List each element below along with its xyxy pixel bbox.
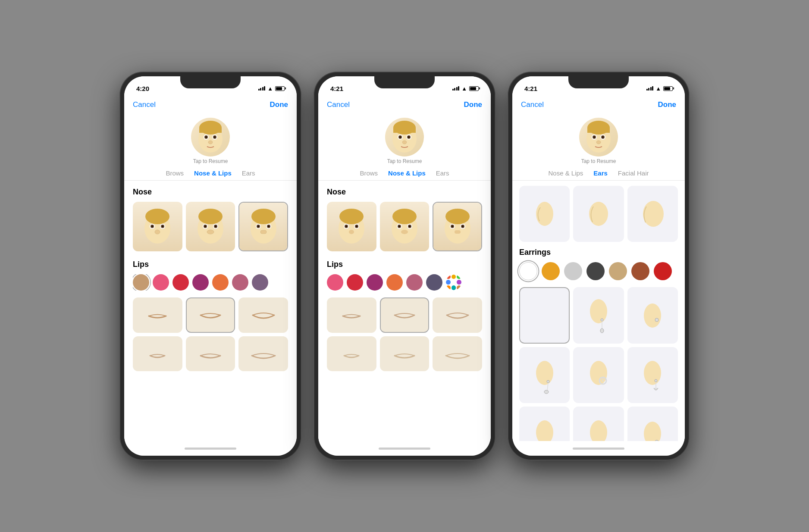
- tab-brows-2[interactable]: Brows: [360, 169, 378, 178]
- lp21-1[interactable]: [327, 297, 376, 333]
- done-button-2[interactable]: Done: [464, 100, 483, 109]
- tab-ears-2[interactable]: Ears: [436, 169, 449, 178]
- ec-2[interactable]: [542, 262, 560, 280]
- tab-nose-lips-1[interactable]: Nose & Lips: [194, 169, 232, 178]
- svg-rect-45: [393, 128, 416, 133]
- lips-option-2[interactable]: [186, 297, 235, 333]
- ec-5[interactable]: [609, 262, 627, 280]
- lip-color-1[interactable]: [133, 274, 149, 291]
- cancel-button-1[interactable]: Cancel: [133, 100, 156, 109]
- avatar-1[interactable]: [191, 118, 230, 156]
- lip-color-6[interactable]: [232, 274, 248, 291]
- ec-3[interactable]: [564, 262, 582, 280]
- lp21-svg-2: [389, 307, 420, 324]
- signal-bar: [652, 86, 653, 91]
- battery-fill-1: [276, 87, 282, 90]
- avatar-area-1: Tap to Resume: [124, 114, 297, 166]
- lp21-2[interactable]: [380, 297, 430, 333]
- nose-opt-2[interactable]: [380, 202, 430, 251]
- tab-ears-3[interactable]: Ears: [593, 169, 608, 178]
- tab-brows-1[interactable]: Brows: [166, 169, 184, 178]
- lc2-3[interactable]: [367, 274, 383, 291]
- ec-4[interactable]: [586, 262, 605, 280]
- earring-spiral-1[interactable]: [573, 407, 624, 441]
- cancel-button-3[interactable]: Cancel: [521, 100, 544, 109]
- avatar-3[interactable]: [579, 118, 618, 156]
- earring-stud-1[interactable]: [627, 287, 678, 343]
- lip-color-7[interactable]: [252, 274, 268, 291]
- signal-bar: [258, 89, 260, 91]
- lc2-4[interactable]: [386, 274, 403, 291]
- lip-color-5[interactable]: [212, 274, 229, 291]
- earring-svg-4: [586, 356, 611, 394]
- svg-point-18: [155, 230, 160, 234]
- cancel-button-2[interactable]: Cancel: [327, 100, 350, 109]
- nose-opt-1[interactable]: [327, 202, 376, 251]
- earring-svg-2: [640, 296, 665, 335]
- signal-bar: [650, 87, 652, 91]
- tab-facial-hair-3[interactable]: Facial Hair: [618, 169, 649, 178]
- ear-shape-3[interactable]: [627, 186, 678, 242]
- tab-nose-lips-3[interactable]: Nose & Lips: [548, 169, 583, 178]
- avatar-area-3: Tap to Resume: [512, 114, 685, 166]
- avatar-area-2: Tap to Resume: [318, 114, 491, 166]
- lips-option-5[interactable]: [186, 336, 235, 372]
- svg-point-104: [655, 318, 658, 322]
- lip-color-3[interactable]: [172, 274, 189, 291]
- nose-option-3[interactable]: [238, 202, 288, 251]
- ear-shape-1[interactable]: [519, 186, 570, 242]
- earring-drop-1[interactable]: [519, 407, 570, 441]
- svg-point-8: [214, 136, 216, 138]
- earring-none[interactable]: [519, 287, 570, 343]
- done-button-3[interactable]: Done: [658, 100, 677, 109]
- lc2-6[interactable]: [426, 274, 442, 291]
- bottom-bar-2: [318, 441, 491, 456]
- lips-option-1[interactable]: [133, 297, 182, 333]
- svg-point-51: [408, 136, 410, 138]
- avatar-2[interactable]: [385, 118, 424, 156]
- signal-bars-1: [258, 86, 266, 91]
- lp22-2[interactable]: [380, 336, 430, 372]
- lips-svg-4: [142, 345, 172, 363]
- palette-picker-2[interactable]: [446, 275, 461, 290]
- svg-point-50: [399, 136, 401, 138]
- lc2-5[interactable]: [406, 274, 423, 291]
- svg-rect-80: [336, 307, 367, 324]
- avatar-svg-3: [581, 120, 616, 154]
- nf-3: [433, 203, 481, 250]
- earring-dangle-2[interactable]: [519, 347, 570, 403]
- bottom-bar-1: [124, 441, 297, 456]
- ec-7[interactable]: [654, 262, 672, 280]
- tab-nose-lips-2[interactable]: Nose & Lips: [388, 169, 426, 178]
- lips-option-4[interactable]: [133, 336, 182, 372]
- earring-dangle-1[interactable]: [573, 287, 624, 343]
- nose-opt-3[interactable]: [433, 202, 482, 251]
- earring-hoop-1[interactable]: [573, 347, 624, 403]
- earring-stud-2[interactable]: [627, 407, 678, 441]
- svg-point-103: [644, 304, 661, 328]
- ec-1[interactable]: [519, 262, 537, 280]
- lips-option-3[interactable]: [238, 297, 288, 333]
- nose-option-1[interactable]: [133, 202, 182, 251]
- nose-option-2[interactable]: [186, 202, 235, 251]
- done-button-1[interactable]: Done: [270, 100, 288, 109]
- lip-color-2[interactable]: [153, 274, 169, 291]
- tab-ears-1[interactable]: Ears: [242, 169, 255, 178]
- ear-shape-2[interactable]: [573, 186, 624, 242]
- nose-grid-2: [327, 202, 482, 251]
- phone-1: 4:20 ▲ Cancel Done: [120, 72, 301, 460]
- ec-6[interactable]: [631, 262, 649, 280]
- svg-point-27: [207, 230, 214, 234]
- lc2-1[interactable]: [327, 274, 343, 291]
- earring-dangle-3[interactable]: [627, 347, 678, 403]
- lips-option-6[interactable]: [238, 336, 288, 372]
- lc2-2[interactable]: [347, 274, 363, 291]
- svg-point-52: [402, 141, 407, 144]
- lp22-3[interactable]: [433, 336, 482, 372]
- lp21-3[interactable]: [433, 297, 482, 333]
- lp22-1[interactable]: [327, 336, 376, 372]
- svg-rect-2: [199, 128, 222, 133]
- lip-color-4[interactable]: [192, 274, 209, 291]
- lips-grid-1: [133, 297, 288, 333]
- earring-grid-3: [519, 287, 678, 441]
